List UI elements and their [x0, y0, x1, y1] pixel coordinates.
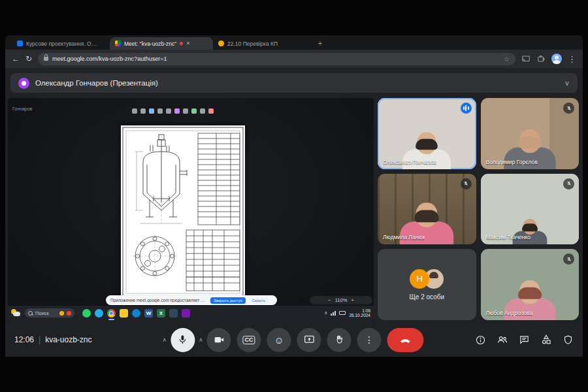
- shared-app-icon: [208, 108, 214, 114]
- browser-menu-icon[interactable]: ⋮: [568, 55, 576, 63]
- shield-icon: [563, 335, 574, 346]
- more-options-icon: ⋮: [365, 335, 374, 344]
- back-icon[interactable]: ←: [12, 55, 20, 63]
- taskbar-apps: W X: [82, 309, 190, 318]
- people-icon: [497, 334, 508, 346]
- cast-icon[interactable]: [521, 54, 531, 63]
- present-screen-button[interactable]: [297, 328, 321, 352]
- leave-call-button[interactable]: [387, 328, 424, 352]
- smile-icon: ☺: [274, 335, 284, 345]
- viewer-zoom-bar: − 110% +: [310, 296, 372, 304]
- shared-app-icon: [132, 108, 137, 114]
- panel-controls: [475, 334, 574, 346]
- tab-meet[interactable]: Meet: "kva-uozb-znc" ×: [110, 37, 213, 50]
- speaking-indicator-icon: [461, 103, 472, 114]
- hide-toast-button[interactable]: Скрыть: [249, 297, 269, 304]
- address-bar[interactable]: meet.google.com/kva-uozb-znc?authuser=1 …: [38, 53, 515, 65]
- new-tab-button[interactable]: +: [315, 38, 325, 48]
- tile-maksym-tkachenko[interactable]: Максим Ткаченко: [481, 174, 580, 245]
- taskbar-clock[interactable]: 1:06 26.10.2024: [349, 308, 370, 318]
- stop-sharing-button[interactable]: Закрыть доступ: [210, 297, 246, 304]
- tab-close-icon[interactable]: ×: [186, 41, 189, 46]
- tab-strip: Курсове проектування. Обла… Meet: "kva-u…: [5, 35, 583, 50]
- chrome-window: Курсове проектування. Обла… Meet: "kva-u…: [5, 35, 583, 357]
- zoom-level: 110%: [335, 297, 348, 303]
- chrome-icon[interactable]: [107, 309, 116, 318]
- shared-app-icon: [191, 108, 197, 114]
- taskbar-search[interactable]: Поиск: [25, 308, 74, 318]
- weather-widget-icon[interactable]: [11, 308, 21, 318]
- search-suggestion-icon: [67, 311, 71, 316]
- edge-icon[interactable]: [132, 309, 140, 318]
- toolbar-right-cluster: ⋮: [521, 54, 576, 64]
- tray-time: 1:06: [349, 308, 370, 313]
- presenter-banner-title: Олександр Гончаров (Презентація): [35, 79, 158, 87]
- participant-name: Людмила Ланюк: [383, 234, 425, 240]
- captions-button[interactable]: CC: [237, 328, 261, 352]
- word-icon[interactable]: W: [144, 309, 153, 318]
- url-text[interactable]: meet.google.com/kva-uozb-znc?authuser=1: [52, 56, 167, 62]
- chat-button[interactable]: [519, 335, 530, 346]
- camera-button[interactable]: [207, 328, 231, 352]
- lock-icon: [44, 57, 48, 61]
- meet-page: Олександр Гончаров (Презентація) ∨ Гонча…: [5, 68, 583, 357]
- meeting-details-button[interactable]: [475, 335, 486, 346]
- tile-oleksandr-honcharov[interactable]: Олександр Гончаров: [378, 98, 476, 169]
- raise-hand-button[interactable]: [327, 328, 351, 352]
- meet-control-bar: 12:06 | kva-uozb-znc ∧ ∧ CC: [5, 323, 583, 357]
- whatsapp-icon[interactable]: [82, 309, 91, 318]
- meeting-info: 12:06 | kva-uozb-znc: [14, 335, 92, 344]
- telegram-icon[interactable]: [95, 309, 103, 318]
- chat-icon: [519, 335, 530, 346]
- participant-name: Любов Андропова: [486, 310, 533, 316]
- activities-button[interactable]: [540, 334, 552, 346]
- reactions-button[interactable]: ☺: [267, 328, 291, 352]
- presenter-banner[interactable]: Олександр Гончаров (Презентація) ∨: [10, 73, 578, 93]
- profile-avatar[interactable]: [551, 54, 562, 64]
- zoom-out-icon[interactable]: −: [328, 298, 331, 303]
- mic-muted-icon: [563, 253, 574, 265]
- search-icon: [28, 311, 33, 316]
- tab-title: Курсове проектування. Обла…: [26, 41, 98, 47]
- banner-chevron-down-icon[interactable]: ∨: [564, 79, 570, 88]
- tab-course-project[interactable]: Курсове проектування. Обла…: [12, 37, 110, 50]
- participant-name: Олександр Гончаров: [383, 159, 436, 165]
- mic-options-chevron-icon[interactable]: ∧: [162, 336, 167, 343]
- toast-text: Приложение meet.google.com предоставляет…: [110, 298, 207, 302]
- battery-icon: [339, 311, 346, 315]
- tile-liubov-andropova[interactable]: Любов Андропова: [481, 249, 580, 320]
- browser-toolbar: ← ↻ meet.google.com/kva-uozb-znc?authuse…: [5, 50, 583, 68]
- cad-app-icon[interactable]: [169, 309, 178, 318]
- tile-liudmyla[interactable]: Людмила Ланюк: [378, 174, 476, 245]
- zoom-in-icon[interactable]: +: [351, 298, 354, 303]
- participant-name: Максим Ткаченко: [486, 234, 531, 240]
- bookmark-star-icon[interactable]: ☆: [504, 56, 510, 63]
- hangup-icon: [399, 333, 413, 347]
- photos-app-icon[interactable]: [182, 309, 190, 318]
- captions-icon: CC: [243, 336, 255, 344]
- mic-muted-icon: [461, 178, 472, 189]
- extensions-icon[interactable]: [536, 54, 546, 63]
- host-controls-button[interactable]: [563, 335, 574, 346]
- tile-volodymyr-horielov[interactable]: Володимир Горєлов: [481, 98, 580, 169]
- shared-app-icon: [149, 108, 154, 114]
- system-tray: ∧ 1:06 26.10.2024: [324, 308, 370, 318]
- mic-button[interactable]: [171, 328, 195, 352]
- refresh-icon[interactable]: ↻: [25, 55, 32, 63]
- separator: |: [39, 335, 41, 344]
- tab-title: 22.10 Перевірка КП: [227, 41, 278, 47]
- tray-expand-icon[interactable]: ∧: [324, 310, 327, 316]
- participants-button[interactable]: [497, 334, 508, 346]
- tab-kp-check[interactable]: 22.10 Перевірка КП: [213, 37, 311, 50]
- more-options-button[interactable]: ⋮: [357, 328, 382, 352]
- excel-icon[interactable]: X: [157, 309, 165, 318]
- mic-icon: [177, 334, 189, 346]
- tile-overflow-participants[interactable]: Н Ще 2 особи: [378, 249, 476, 320]
- camera-options-chevron-icon[interactable]: ∧: [199, 336, 203, 343]
- mic-muted-icon: [563, 103, 574, 114]
- volume-icon[interactable]: [331, 311, 336, 316]
- info-icon: [475, 335, 486, 346]
- doc-favicon-icon: [218, 41, 224, 46]
- camera-icon: [213, 334, 225, 346]
- file-explorer-icon[interactable]: [120, 309, 128, 318]
